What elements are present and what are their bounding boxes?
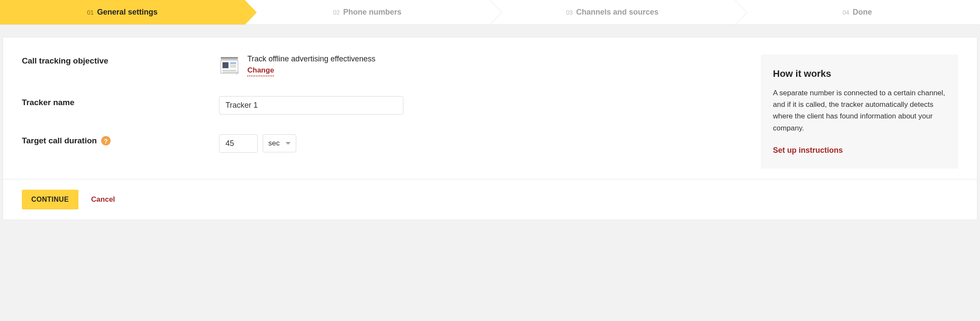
step-label: General settings	[97, 8, 158, 17]
duration-row: Target call duration ? sec	[22, 134, 751, 153]
svg-rect-6	[230, 67, 236, 67]
help-icon[interactable]: ?	[101, 136, 111, 145]
objective-row: Call tracking objective	[22, 55, 751, 76]
settings-panel: Call tracking objective	[3, 37, 977, 179]
tracker-name-label: Tracker name	[22, 96, 219, 107]
duration-input[interactable]	[219, 134, 258, 153]
duration-unit-select[interactable]: sec	[263, 134, 296, 152]
wizard-step-done[interactable]: 04 Done	[735, 0, 980, 24]
step-label: Done	[853, 8, 872, 17]
form-area: Call tracking objective	[22, 55, 751, 161]
step-number: 03	[566, 9, 573, 16]
wizard-step-general-settings[interactable]: 01 General settings	[0, 0, 245, 24]
duration-label: Target call duration	[22, 136, 97, 145]
how-it-works-sidebar: How it works A separate number is connec…	[761, 55, 958, 169]
step-label: Channels and sources	[576, 8, 658, 17]
wizard-steps: 01 General settings 02 Phone numbers 03 …	[0, 0, 980, 25]
svg-rect-5	[230, 65, 236, 66]
chevron-down-icon	[286, 142, 291, 145]
svg-marker-9	[236, 72, 240, 75]
newspaper-icon	[219, 55, 240, 75]
duration-unit-value: sec	[268, 139, 280, 148]
svg-rect-3	[222, 62, 228, 68]
wizard-step-phone-numbers[interactable]: 02 Phone numbers	[245, 0, 490, 24]
step-label: Phone numbers	[343, 8, 402, 17]
step-number: 01	[87, 9, 94, 16]
continue-button[interactable]: CONTINUE	[22, 190, 78, 209]
svg-rect-8	[222, 72, 236, 73]
svg-rect-7	[222, 70, 236, 71]
objective-label: Call tracking objective	[22, 55, 219, 66]
wizard-step-channels-sources[interactable]: 03 Channels and sources	[490, 0, 735, 24]
svg-rect-1	[221, 57, 238, 58]
sidebar-text: A separate number is connected to a cert…	[773, 87, 946, 134]
action-bar: CONTINUE Cancel	[3, 179, 977, 220]
setup-instructions-link[interactable]: Set up instructions	[773, 146, 843, 154]
step-number: 04	[842, 9, 849, 16]
tracker-name-row: Tracker name	[22, 96, 751, 115]
cancel-button[interactable]: Cancel	[91, 195, 115, 204]
sidebar-title: How it works	[773, 68, 946, 79]
svg-rect-4	[230, 62, 236, 64]
tracker-name-input[interactable]	[219, 96, 403, 115]
objective-value: Track offline advertising effectiveness	[247, 55, 376, 64]
change-objective-link[interactable]: Change	[247, 66, 274, 76]
step-number: 02	[333, 9, 340, 16]
